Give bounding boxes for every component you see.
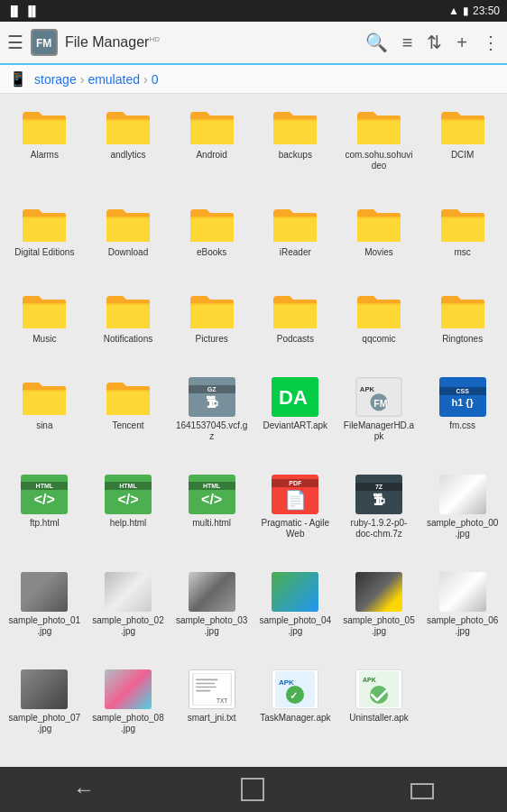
breadcrumb-storage[interactable]: storage — [34, 72, 77, 87]
list-item[interactable]: Download — [88, 198, 170, 283]
list-view-icon[interactable]: ≡ — [402, 32, 413, 53]
html-icon: HTML </> — [105, 475, 152, 514]
list-item[interactable]: Music — [4, 285, 86, 370]
folder-icon — [105, 106, 152, 146]
list-item[interactable]: sample_photo_01.jpg — [4, 567, 86, 662]
file-label: Tencent — [112, 420, 143, 431]
add-icon[interactable]: + — [456, 32, 467, 53]
list-item[interactable]: sample_photo_07.jpg — [4, 664, 86, 760]
list-item[interactable]: qqcomic — [338, 285, 420, 370]
folder-icon — [105, 204, 152, 244]
folder-icon — [439, 106, 486, 146]
menu-icon[interactable]: ☰ — [7, 32, 23, 53]
svg-rect-10 — [196, 683, 215, 685]
svg-text:APK: APK — [363, 677, 376, 683]
list-item[interactable]: sample_photo_04.jpg — [254, 567, 336, 662]
file-label: eBooks — [197, 247, 226, 258]
list-item[interactable]: sample_photo_06.jpg — [421, 567, 503, 662]
folder-icon — [439, 291, 486, 330]
back-button[interactable]: ← — [73, 777, 95, 802]
file-label: com.sohu.sohuvideo — [343, 150, 415, 171]
search-icon[interactable]: 🔍 — [365, 32, 388, 53]
folder-icon — [21, 204, 68, 244]
list-item[interactable]: GZ 🗜 1641537045.vcf.gz — [171, 372, 253, 467]
html-icon: HTML </> — [21, 475, 68, 514]
file-label: sample_photo_03.jpg — [176, 615, 248, 637]
file-label: FileManagerHD.apk — [343, 420, 415, 442]
list-item[interactable]: backups — [254, 101, 336, 197]
pdf-icon: PDF 📄 — [272, 475, 318, 514]
file-label: iReader — [280, 247, 311, 258]
app-icon: FM — [31, 29, 58, 56]
home-button[interactable] — [241, 778, 264, 801]
taskmanager-icon: APK ✓ — [272, 669, 318, 709]
folder-icon — [105, 291, 152, 330]
list-item[interactable]: 7Z 🗜 ruby-1.9.2-p0-doc-chm.7z — [338, 469, 420, 565]
list-item[interactable]: iReader — [254, 198, 336, 283]
recent-button[interactable] — [410, 783, 434, 799]
battery-icon: ▮ — [463, 5, 469, 17]
list-item[interactable]: APK Uninstaller.apk — [338, 664, 420, 760]
list-item[interactable]: Movies — [338, 198, 420, 283]
list-item[interactable]: sample_photo_05.jpg — [338, 567, 420, 662]
list-item[interactable]: com.sohu.sohuvideo — [338, 101, 420, 197]
svg-text:FM: FM — [373, 398, 387, 409]
list-item[interactable]: msc — [421, 198, 503, 283]
list-item[interactable]: Podcasts — [254, 285, 336, 370]
more-icon[interactable]: ⋮ — [482, 32, 500, 53]
list-item[interactable]: TXT smart_jni.txt — [171, 664, 253, 760]
list-item[interactable]: HTML </> multi.html — [171, 469, 253, 565]
photo-thumb — [355, 572, 402, 612]
file-label: Digital Editions — [14, 247, 74, 258]
signal-bar-icon: ▐▌ — [25, 5, 40, 16]
folder-icon — [355, 291, 402, 330]
list-item[interactable]: Digital Editions — [4, 198, 86, 283]
sort-icon[interactable]: ⇅ — [427, 32, 442, 53]
file-label: sample_photo_02.jpg — [92, 615, 164, 637]
svg-text:FM: FM — [36, 37, 51, 50]
photo-thumb — [105, 669, 152, 709]
bottom-nav: ← — [0, 767, 507, 812]
top-bar: ☰ FM File ManagerHD 🔍 ≡ ⇅ + ⋮ — [0, 22, 507, 65]
file-label: sample_photo_07.jpg — [8, 713, 80, 734]
list-item[interactable]: APK ✓ TaskManager.apk — [254, 664, 336, 760]
list-item[interactable]: Android — [171, 101, 253, 197]
list-item[interactable]: HTML </> help.html — [88, 469, 170, 565]
app-title: File ManagerHD — [65, 34, 358, 51]
file-label: backups — [279, 150, 312, 161]
svg-text:APK: APK — [360, 385, 375, 393]
list-item[interactable]: Tencent — [88, 372, 170, 467]
list-item[interactable]: Ringtones — [421, 285, 503, 370]
breadcrumb-emulated[interactable]: emulated — [88, 72, 140, 87]
list-item[interactable]: DCIM — [421, 101, 503, 197]
breadcrumb-current[interactable]: 0 — [152, 72, 159, 87]
list-item[interactable]: sample_photo_00.jpg — [421, 469, 503, 565]
list-item[interactable]: andlytics — [88, 101, 170, 197]
list-item[interactable]: CSS h1 {} fm.css — [421, 372, 503, 467]
photo-thumb — [105, 572, 152, 612]
list-item[interactable]: eBooks — [171, 198, 253, 283]
list-item[interactable]: Notifications — [88, 285, 170, 370]
list-item[interactable]: PDF 📄 Pragmatic - Agile Web — [254, 469, 336, 565]
list-item[interactable]: Pictures — [171, 285, 253, 370]
list-item[interactable]: DA DeviantART.apk — [254, 372, 336, 467]
list-item[interactable]: sample_photo_08.jpg — [88, 664, 170, 760]
list-item[interactable]: HTML </> ftp.html — [4, 469, 86, 565]
file-label: ftp.html — [30, 518, 60, 529]
file-label: Music — [32, 334, 56, 345]
list-item[interactable]: Alarms — [4, 101, 86, 197]
list-item[interactable]: sample_photo_02.jpg — [88, 567, 170, 662]
file-label: TaskManager.apk — [260, 713, 330, 724]
file-label: Alarms — [31, 150, 59, 161]
list-item[interactable]: sina — [4, 372, 86, 467]
list-item[interactable]: APK FM FileManagerHD.apk — [338, 372, 420, 467]
css-icon: CSS h1 {} — [439, 377, 486, 417]
file-label: sample_photo_01.jpg — [8, 615, 80, 637]
list-item[interactable]: sample_photo_03.jpg — [171, 567, 253, 662]
folder-icon — [21, 377, 68, 417]
file-label: Notifications — [104, 334, 152, 345]
folder-icon — [105, 377, 152, 417]
breadcrumb-sep2: › — [143, 72, 148, 87]
uninstaller-icon: APK — [355, 669, 402, 709]
photo-thumb — [189, 572, 235, 612]
